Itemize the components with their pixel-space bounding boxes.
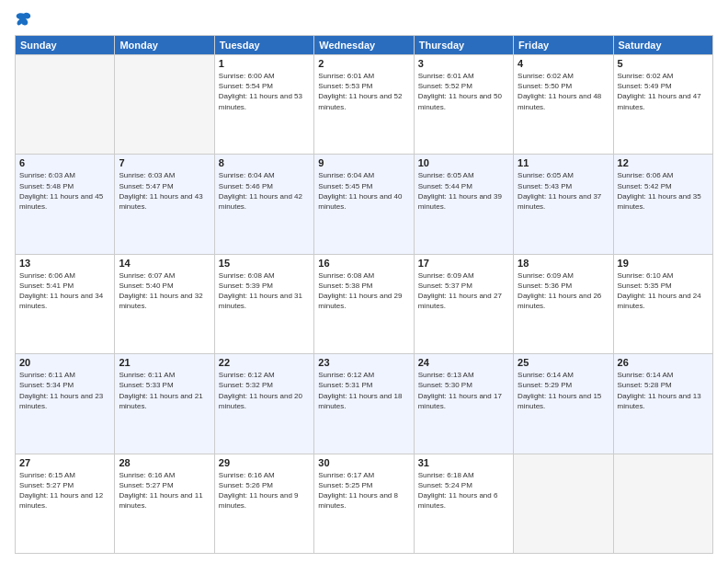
day-number: 23 [318, 357, 409, 368]
day-number: 27 [19, 457, 110, 468]
calendar-cell: 21Sunrise: 6:11 AMSunset: 5:33 PMDayligh… [115, 354, 214, 454]
calendar-cell: 19Sunrise: 6:10 AMSunset: 5:35 PMDayligh… [613, 254, 712, 353]
calendar-cell: 14Sunrise: 6:07 AMSunset: 5:40 PMDayligh… [115, 254, 214, 353]
day-number: 30 [318, 457, 409, 468]
day-info: Sunrise: 6:11 AMSunset: 5:34 PMDaylight:… [19, 371, 103, 410]
day-number: 9 [318, 157, 409, 168]
calendar-cell: 20Sunrise: 6:11 AMSunset: 5:34 PMDayligh… [16, 354, 115, 454]
day-number: 22 [219, 357, 310, 368]
calendar-cell: 4Sunrise: 6:02 AMSunset: 5:50 PMDaylight… [514, 55, 613, 155]
day-info: Sunrise: 6:09 AMSunset: 5:36 PMDaylight:… [518, 271, 601, 311]
day-info: Sunrise: 6:06 AMSunset: 5:41 PMDaylight:… [19, 271, 103, 311]
day-info: Sunrise: 6:10 AMSunset: 5:35 PMDaylight:… [618, 271, 701, 311]
day-info: Sunrise: 6:09 AMSunset: 5:37 PMDaylight:… [418, 271, 502, 311]
calendar-cell: 11Sunrise: 6:05 AMSunset: 5:43 PMDayligh… [514, 155, 613, 254]
day-number: 2 [318, 58, 409, 69]
day-number: 31 [418, 457, 509, 468]
day-info: Sunrise: 6:13 AMSunset: 5:30 PMDaylight:… [418, 371, 502, 410]
weekday-header-thursday: Thursday [414, 36, 513, 55]
calendar-week-row: 20Sunrise: 6:11 AMSunset: 5:34 PMDayligh… [16, 354, 713, 454]
calendar-week-row: 6Sunrise: 6:03 AMSunset: 5:48 PMDaylight… [16, 155, 713, 254]
day-info: Sunrise: 6:06 AMSunset: 5:42 PMDaylight:… [618, 171, 701, 211]
calendar-cell: 9Sunrise: 6:04 AMSunset: 5:45 PMDaylight… [314, 155, 414, 254]
day-info: Sunrise: 6:04 AMSunset: 5:45 PMDaylight:… [318, 171, 402, 211]
day-number: 25 [518, 357, 609, 368]
day-info: Sunrise: 6:18 AMSunset: 5:24 PMDaylight:… [418, 471, 498, 511]
calendar-cell: 8Sunrise: 6:04 AMSunset: 5:46 PMDaylight… [214, 155, 313, 254]
day-number: 16 [318, 258, 409, 269]
day-info: Sunrise: 6:12 AMSunset: 5:31 PMDaylight:… [318, 371, 402, 410]
day-info: Sunrise: 6:14 AMSunset: 5:28 PMDaylight:… [618, 371, 701, 410]
calendar-cell: 2Sunrise: 6:01 AMSunset: 5:53 PMDaylight… [314, 55, 414, 155]
calendar-cell: 17Sunrise: 6:09 AMSunset: 5:37 PMDayligh… [414, 254, 513, 353]
calendar-cell: 23Sunrise: 6:12 AMSunset: 5:31 PMDayligh… [314, 354, 414, 454]
weekday-header-saturday: Saturday [613, 36, 712, 55]
day-number: 14 [119, 258, 210, 269]
day-info: Sunrise: 6:07 AMSunset: 5:40 PMDaylight:… [119, 271, 202, 311]
day-number: 11 [518, 157, 609, 168]
calendar-week-row: 13Sunrise: 6:06 AMSunset: 5:41 PMDayligh… [16, 254, 713, 353]
calendar-cell [16, 55, 115, 155]
day-info: Sunrise: 6:02 AMSunset: 5:50 PMDaylight:… [518, 72, 601, 111]
day-number: 20 [19, 357, 110, 368]
calendar-cell: 16Sunrise: 6:08 AMSunset: 5:38 PMDayligh… [314, 254, 414, 353]
day-number: 26 [618, 357, 709, 368]
day-number: 1 [219, 58, 310, 69]
day-info: Sunrise: 6:16 AMSunset: 5:27 PMDaylight:… [119, 471, 202, 511]
day-info: Sunrise: 6:14 AMSunset: 5:29 PMDaylight:… [518, 371, 601, 410]
calendar-week-row: 1Sunrise: 6:00 AMSunset: 5:54 PMDaylight… [16, 55, 713, 155]
day-info: Sunrise: 6:02 AMSunset: 5:49 PMDaylight:… [618, 72, 701, 111]
calendar-cell: 3Sunrise: 6:01 AMSunset: 5:52 PMDaylight… [414, 55, 513, 155]
day-info: Sunrise: 6:05 AMSunset: 5:43 PMDaylight:… [518, 171, 601, 211]
day-info: Sunrise: 6:01 AMSunset: 5:52 PMDaylight:… [418, 72, 502, 111]
calendar-cell: 26Sunrise: 6:14 AMSunset: 5:28 PMDayligh… [613, 354, 712, 454]
logo-bird-icon [16, 11, 32, 28]
calendar-cell: 30Sunrise: 6:17 AMSunset: 5:25 PMDayligh… [314, 454, 414, 553]
calendar-cell [115, 55, 214, 155]
calendar-cell: 15Sunrise: 6:08 AMSunset: 5:39 PMDayligh… [214, 254, 313, 353]
day-info: Sunrise: 6:16 AMSunset: 5:26 PMDaylight:… [219, 471, 299, 511]
calendar-cell: 1Sunrise: 6:00 AMSunset: 5:54 PMDaylight… [214, 55, 313, 155]
page: SundayMondayTuesdayWednesdayThursdayFrid… [0, 0, 728, 563]
day-number: 13 [19, 258, 110, 269]
calendar-cell: 31Sunrise: 6:18 AMSunset: 5:24 PMDayligh… [414, 454, 513, 553]
day-number: 3 [418, 58, 509, 69]
calendar-cell: 29Sunrise: 6:16 AMSunset: 5:26 PMDayligh… [214, 454, 313, 553]
calendar-cell: 18Sunrise: 6:09 AMSunset: 5:36 PMDayligh… [514, 254, 613, 353]
day-number: 7 [119, 157, 210, 168]
weekday-header-sunday: Sunday [16, 36, 115, 55]
day-number: 6 [19, 157, 110, 168]
calendar-cell: 13Sunrise: 6:06 AMSunset: 5:41 PMDayligh… [16, 254, 115, 353]
day-number: 19 [618, 258, 709, 269]
day-info: Sunrise: 6:08 AMSunset: 5:38 PMDaylight:… [318, 271, 402, 311]
day-info: Sunrise: 6:01 AMSunset: 5:53 PMDaylight:… [318, 72, 402, 111]
calendar-cell: 12Sunrise: 6:06 AMSunset: 5:42 PMDayligh… [613, 155, 712, 254]
day-number: 12 [618, 157, 709, 168]
weekday-header-row: SundayMondayTuesdayWednesdayThursdayFrid… [16, 36, 713, 55]
calendar-cell: 24Sunrise: 6:13 AMSunset: 5:30 PMDayligh… [414, 354, 513, 454]
calendar-cell: 5Sunrise: 6:02 AMSunset: 5:49 PMDaylight… [613, 55, 712, 155]
day-number: 4 [518, 58, 609, 69]
calendar-cell: 7Sunrise: 6:03 AMSunset: 5:47 PMDaylight… [115, 155, 214, 254]
day-info: Sunrise: 6:03 AMSunset: 5:47 PMDaylight:… [119, 171, 202, 211]
day-info: Sunrise: 6:17 AMSunset: 5:25 PMDaylight:… [318, 471, 398, 511]
day-number: 28 [119, 457, 210, 468]
calendar-table: SundayMondayTuesdayWednesdayThursdayFrid… [15, 35, 713, 554]
weekday-header-wednesday: Wednesday [314, 36, 414, 55]
logo [15, 11, 32, 28]
day-number: 29 [219, 457, 310, 468]
calendar-cell [613, 454, 712, 553]
day-number: 10 [418, 157, 509, 168]
day-info: Sunrise: 6:15 AMSunset: 5:27 PMDaylight:… [19, 471, 103, 511]
day-info: Sunrise: 6:11 AMSunset: 5:33 PMDaylight:… [119, 371, 202, 410]
calendar-cell: 25Sunrise: 6:14 AMSunset: 5:29 PMDayligh… [514, 354, 613, 454]
calendar-cell: 6Sunrise: 6:03 AMSunset: 5:48 PMDaylight… [16, 155, 115, 254]
day-info: Sunrise: 6:08 AMSunset: 5:39 PMDaylight:… [219, 271, 302, 311]
day-number: 15 [219, 258, 310, 269]
weekday-header-monday: Monday [115, 36, 214, 55]
weekday-header-tuesday: Tuesday [214, 36, 313, 55]
day-number: 5 [618, 58, 709, 69]
calendar-cell: 28Sunrise: 6:16 AMSunset: 5:27 PMDayligh… [115, 454, 214, 553]
day-info: Sunrise: 6:04 AMSunset: 5:46 PMDaylight:… [219, 171, 302, 211]
header [15, 11, 713, 28]
